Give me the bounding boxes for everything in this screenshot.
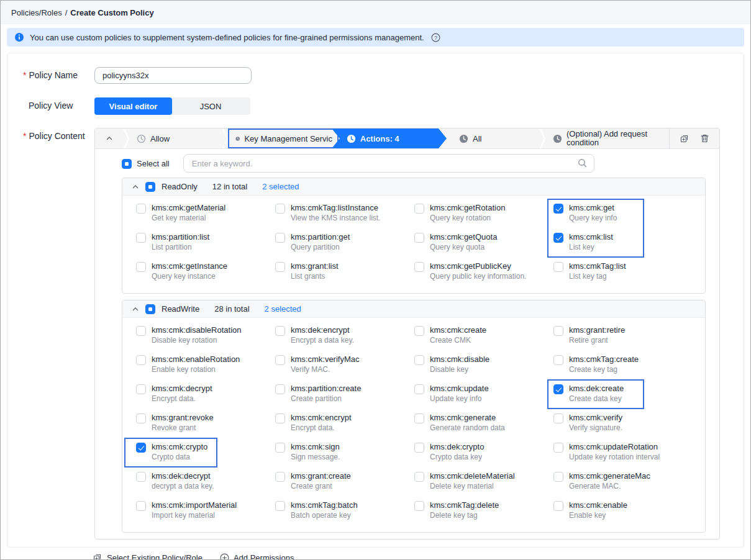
action-item[interactable]: kms:cmk:generateGenerate random data <box>414 413 553 442</box>
group-checkbox[interactable] <box>145 182 155 192</box>
collapse-group-button[interactable] <box>132 305 139 313</box>
action-checkbox[interactable] <box>414 262 424 272</box>
action-checkbox[interactable] <box>414 472 424 482</box>
step-service-key-management[interactable]: Key Management Servic <box>228 129 339 148</box>
action-item[interactable]: kms:cmk:listList key <box>553 232 693 261</box>
action-item[interactable]: kms:cmk:decryptEncrypt data. <box>136 384 275 413</box>
policy-view-visual-editor-button[interactable]: Visual editor <box>94 97 172 115</box>
action-item[interactable]: kms:cmkTag:batchBatch operate key <box>275 500 414 530</box>
action-checkbox[interactable] <box>553 326 563 336</box>
action-checkbox[interactable] <box>414 501 424 511</box>
action-checkbox[interactable] <box>136 384 146 394</box>
action-item[interactable]: kms:cmkTag:listInstanceView the KMS inst… <box>275 203 414 232</box>
action-checkbox[interactable] <box>275 413 285 423</box>
action-checkbox[interactable] <box>275 472 285 482</box>
action-checkbox[interactable] <box>414 355 424 365</box>
action-checkbox[interactable] <box>414 443 424 453</box>
action-checkbox[interactable] <box>553 443 563 453</box>
action-checkbox[interactable] <box>414 326 424 336</box>
action-checkbox[interactable] <box>414 384 424 394</box>
group-checkbox[interactable] <box>145 304 155 314</box>
action-item[interactable]: kms:grant:listList grants <box>275 261 414 291</box>
action-item[interactable]: kms:cmk:deleteMaterialDelete key materia… <box>414 471 553 500</box>
action-checkbox[interactable] <box>414 204 424 214</box>
step-effect-allow[interactable]: Allow <box>129 129 222 148</box>
step-add-request-condition[interactable]: (Optional) Add request condition <box>545 129 665 148</box>
action-item[interactable]: kms:dek:decryptdecrypt a data key. <box>136 471 275 500</box>
action-checkbox[interactable] <box>553 355 563 365</box>
delete-statement-button[interactable] <box>696 131 713 146</box>
action-checkbox[interactable] <box>136 262 146 272</box>
action-checkbox[interactable] <box>553 472 563 482</box>
policy-name-input[interactable] <box>94 67 252 84</box>
action-checkbox[interactable] <box>275 501 285 511</box>
action-checkbox-checked[interactable] <box>553 384 563 394</box>
action-item[interactable]: kms:cmkTag:createCreate key tag <box>553 355 693 384</box>
action-item[interactable]: kms:grant:createCreate grant <box>275 471 414 500</box>
action-item[interactable]: kms:cmk:enableRotationEnable key rotatio… <box>136 355 275 384</box>
action-checkbox[interactable] <box>414 233 424 243</box>
action-item[interactable]: kms:cmk:cryptoCrypto data <box>136 442 275 471</box>
action-checkbox[interactable] <box>275 233 285 243</box>
action-checkbox[interactable] <box>553 413 563 423</box>
action-item[interactable]: kms:dek:createCreate data key <box>553 384 693 413</box>
action-item[interactable]: kms:cmk:disableRotationDisable key rotat… <box>136 325 275 355</box>
action-checkbox[interactable] <box>275 384 285 394</box>
action-item[interactable]: kms:grant:retireRetire grant <box>553 325 693 355</box>
action-checkbox[interactable] <box>136 233 146 243</box>
action-item[interactable]: kms:cmk:updateUpdate key info <box>414 384 553 413</box>
action-item[interactable]: kms:cmk:verifyVerify signature. <box>553 413 693 442</box>
action-checkbox[interactable] <box>275 262 285 272</box>
action-item[interactable]: kms:partition:listList partition <box>136 232 275 261</box>
add-permissions-button[interactable]: Add Permissions <box>220 553 294 560</box>
collapse-group-button[interactable] <box>132 183 139 191</box>
action-item[interactable]: kms:dek:encryptEncrypt a data key. <box>275 325 414 355</box>
action-item[interactable]: kms:cmk:getQuery key info <box>553 203 693 232</box>
action-checkbox-checked[interactable] <box>553 233 563 243</box>
action-item[interactable]: kms:cmk:enableEnable key <box>553 500 693 530</box>
action-checkbox[interactable] <box>136 355 146 365</box>
action-checkbox[interactable] <box>553 262 563 272</box>
step-resources-all[interactable]: All <box>447 129 540 148</box>
action-item[interactable]: kms:cmk:disableDisable key <box>414 355 553 384</box>
action-item[interactable]: kms:cmk:generateMacGenerate MAC. <box>553 471 693 500</box>
action-item[interactable]: kms:cmk:createCreate CMK <box>414 325 553 355</box>
action-checkbox[interactable] <box>275 204 285 214</box>
action-item[interactable]: kms:cmk:verifyMacVerify MAC. <box>275 355 414 384</box>
action-checkbox[interactable] <box>136 472 146 482</box>
action-checkbox[interactable] <box>275 443 285 453</box>
action-checkbox[interactable] <box>136 326 146 336</box>
action-item[interactable]: kms:cmk:getQuotaQuery key quota <box>414 232 553 261</box>
action-item[interactable]: kms:cmk:getRotationQuery key rotation <box>414 203 553 232</box>
action-item[interactable]: kms:cmk:importMaterialImport key materia… <box>136 500 275 530</box>
policy-view-json-button[interactable]: JSON <box>171 97 250 115</box>
action-checkbox[interactable] <box>275 355 285 365</box>
copy-statement-button[interactable] <box>676 131 693 146</box>
collapse-statement-button[interactable] <box>95 129 124 148</box>
action-checkbox[interactable] <box>136 204 146 214</box>
action-item[interactable]: kms:cmkTag:listList key tag <box>553 261 693 291</box>
action-checkbox[interactable] <box>553 501 563 511</box>
help-icon[interactable]: ? <box>431 33 440 42</box>
action-checkbox[interactable] <box>414 413 424 423</box>
action-item[interactable]: kms:cmk:getInstanceQuery key instance <box>136 261 275 291</box>
action-item[interactable]: kms:grant:revokeRevoke grant <box>136 413 275 442</box>
action-checkbox[interactable] <box>275 326 285 336</box>
action-checkbox-checked[interactable] <box>553 204 563 214</box>
action-item[interactable]: kms:cmk:getPublicKeyQuery public key inf… <box>414 261 553 291</box>
select-existing-policy-button[interactable]: Select Existing Policy/Role <box>93 553 203 560</box>
action-item[interactable]: kms:partition:getQuery partition <box>275 232 414 261</box>
action-checkbox-checked[interactable] <box>136 443 146 453</box>
action-item[interactable]: kms:cmk:updateRotationUpdate key rotatio… <box>553 442 693 471</box>
select-all-checkbox[interactable] <box>122 159 132 169</box>
group-selected-count[interactable]: 2 selected <box>262 182 299 191</box>
group-selected-count[interactable]: 2 selected <box>265 304 301 314</box>
action-item[interactable]: kms:cmk:getMaterialGet key material <box>136 203 275 232</box>
breadcrumb-parent[interactable]: Policies/Roles <box>11 8 62 17</box>
search-icon[interactable] <box>578 158 587 170</box>
action-checkbox[interactable] <box>136 413 146 423</box>
step-actions[interactable]: Actions: 4 <box>332 129 447 148</box>
action-checkbox[interactable] <box>136 501 146 511</box>
search-input[interactable] <box>183 154 594 173</box>
action-item[interactable]: kms:cmk:encryptEncrypt data. <box>275 413 414 442</box>
